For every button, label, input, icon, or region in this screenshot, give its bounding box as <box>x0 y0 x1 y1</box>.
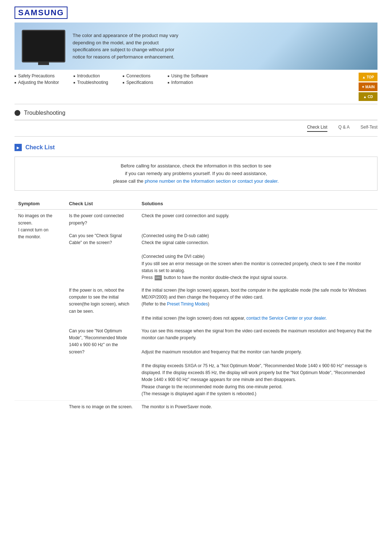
tab-qa[interactable]: Q & A <box>338 125 350 132</box>
table-row: There is no image on the screen. The mon… <box>15 400 377 413</box>
main-button[interactable]: ✦ MAIN <box>359 82 377 91</box>
solutions-cell-4: You can see this message when the signal… <box>138 325 377 400</box>
checklist-table: Symptom Check List Solutions No images o… <box>15 198 377 413</box>
nav-col-4: Using the Software Information <box>168 73 208 86</box>
nav-bar: Safety Precautions Adjusting the Monitor… <box>15 70 377 104</box>
symptom-cell: No images on the screen.I cannot turn on… <box>15 210 65 401</box>
nav-col-1: Safety Precautions Adjusting the Monitor <box>15 73 59 86</box>
table-header-row: Symptom Check List Solutions <box>15 198 377 210</box>
page-title: Troubleshooting <box>24 110 65 116</box>
nav-using-software[interactable]: Using the Software <box>168 73 208 79</box>
checklist-cell-2: Can you see "Check Signal Cable" on the … <box>65 230 138 284</box>
solutions-cell: Check the power cord connection and supp… <box>138 210 377 230</box>
section-title: Check List <box>15 144 377 151</box>
nav-information[interactable]: Information <box>168 79 208 86</box>
info-link[interactable]: phone number on the Information section … <box>145 178 279 184</box>
checklist-cell-4: Can you see "Not Optimum Mode", "Recomme… <box>65 325 138 400</box>
source-icon: SRC <box>155 275 162 280</box>
checklist-cell-3: If the power is on, reboot the computer … <box>65 284 138 325</box>
section-title-text: Check List <box>25 144 55 151</box>
table-row: No images on the screen.I cannot turn on… <box>15 210 377 230</box>
checklist-cell-5: There is no image on the screen. <box>65 400 138 413</box>
col-checklist: Check List <box>65 198 138 210</box>
section-title-icon <box>15 144 22 151</box>
preset-timing-link[interactable]: Preset Timing Modes <box>167 301 208 307</box>
nav-col-2: Introduction Troubleshooting <box>74 73 108 86</box>
solutions-cell-3: If the initial screen (the login screen)… <box>138 284 377 325</box>
nav-col-3: Connections Specifications <box>123 73 153 86</box>
nav-troubleshooting[interactable]: Troubleshooting <box>74 79 108 86</box>
banner: The color and appearance of the product … <box>15 23 377 70</box>
table-row: If the power is on, reboot the computer … <box>15 284 377 325</box>
nav-connections[interactable]: Connections <box>123 73 153 79</box>
cd-button[interactable]: ▲ CD <box>359 92 377 101</box>
banner-text: The color and appearance of the product … <box>73 32 181 60</box>
col-symptom: Symptom <box>15 198 65 210</box>
tab-checklist[interactable]: Check List <box>307 125 327 132</box>
checklist-section: Check List Before calling for assistance… <box>15 137 377 421</box>
side-buttons: ▲ TOP ✦ MAIN ▲ CD <box>359 73 377 101</box>
nav-introduction[interactable]: Introduction <box>74 73 108 79</box>
nav-adjusting-monitor[interactable]: Adjusting the Monitor <box>15 79 59 86</box>
service-center-link[interactable]: contact the Service Center or your deale… <box>246 316 327 321</box>
info-box: Before calling for assistance, check the… <box>15 157 377 191</box>
page-title-bar: Troubleshooting <box>15 104 377 120</box>
solutions-cell-2: (Connected using the D-sub cable) Check … <box>138 230 377 284</box>
top-button[interactable]: ▲ TOP <box>359 73 377 81</box>
nav-safety-precautions[interactable]: Safety Precautions <box>15 73 59 79</box>
col-solutions: Solutions <box>138 198 377 210</box>
nav-specifications[interactable]: Specifications <box>123 79 153 86</box>
tab-selftest[interactable]: Self-Test <box>360 125 377 132</box>
monitor-image <box>22 30 65 62</box>
table-row: Can you see "Not Optimum Mode", "Recomme… <box>15 325 377 400</box>
checklist-cell: Is the power cord connected properly? <box>65 210 138 230</box>
solutions-cell-5: The monitor is in PowerSaver mode. <box>138 400 377 413</box>
table-row: Can you see "Check Signal Cable" on the … <box>15 230 377 284</box>
samsung-logo: SAMSUNG <box>15 7 68 19</box>
page-title-icon <box>15 110 20 116</box>
symptom-cell-5 <box>15 400 65 413</box>
tab-bar: Check List Q & A Self-Test <box>15 120 377 137</box>
